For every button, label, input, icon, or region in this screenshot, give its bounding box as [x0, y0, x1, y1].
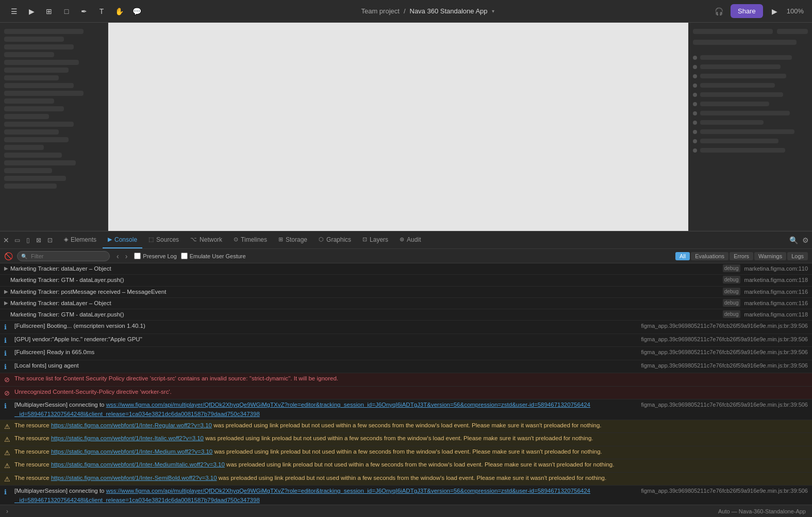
- resource-link[interactable]: https://static.figma.com/webfont/1/Inter…: [51, 475, 217, 481]
- log-text: Marketing Tracker: dataLayer – Object: [10, 299, 721, 308]
- frame-tool-icon[interactable]: ⊞: [43, 6, 55, 17]
- right-sidebar-row: [693, 128, 808, 135]
- tab-elements[interactable]: ◈ Elements: [59, 231, 102, 248]
- warn-icon: ⚠: [4, 435, 12, 445]
- resource-link[interactable]: https://static.figma.com/webfont/1/Inter…: [51, 422, 212, 428]
- tab-layers[interactable]: ⊡ Layers: [357, 231, 393, 248]
- log-entry-warn: ⚠ The resource https://static.figma.com/…: [0, 433, 812, 446]
- multiplayer-link-2[interactable]: wss://www.figma.com/api/multiplayer/QfDO…: [14, 488, 590, 503]
- log-entry: ℹ [Fullscreen] Booting... (emscripten ve…: [0, 321, 812, 334]
- menu-icon[interactable]: ☰: [8, 6, 20, 17]
- skeleton-line: [4, 129, 59, 135]
- skeleton-line: [4, 184, 57, 189]
- layout-btn-4[interactable]: ⊡: [45, 236, 55, 245]
- shape-tool-icon[interactable]: □: [61, 6, 72, 17]
- expand-icon[interactable]: ▶: [4, 299, 8, 307]
- level-all-button[interactable]: All: [675, 252, 690, 260]
- console-nav-buttons: ‹ ›: [114, 252, 130, 261]
- devtools-close-button[interactable]: ✕: [3, 236, 9, 244]
- tab-network[interactable]: ⌥ Network: [185, 231, 227, 248]
- log-entry-warn: ⚠ The resource https://static.figma.com/…: [0, 459, 812, 473]
- skeleton-line: [777, 29, 808, 34]
- project-title[interactable]: Nava 360 Standalone App: [410, 7, 488, 15]
- sources-tab-label: Sources: [156, 236, 179, 243]
- skeleton-line: [4, 68, 69, 73]
- preserve-log-checkbox[interactable]: [134, 253, 141, 259]
- level-warnings-button[interactable]: Warnings: [754, 252, 786, 260]
- next-nav-button[interactable]: ›: [123, 252, 130, 261]
- tab-audit[interactable]: ⊛ Audit: [394, 231, 426, 248]
- storage-tab-label: Storage: [286, 236, 307, 243]
- right-sidebar-row: [693, 82, 808, 89]
- layout-btn-2[interactable]: ▯: [24, 236, 32, 245]
- skeleton-line: [700, 92, 783, 97]
- tab-storage[interactable]: ⊞ Storage: [273, 231, 312, 248]
- log-source: figma_app.39c969805211c7e76fcb26f59a916e…: [641, 487, 808, 495]
- play-icon[interactable]: ▶: [769, 6, 781, 17]
- log-entry: ▶ Marketing Tracker: GTM - dataLayer.pus…: [0, 275, 812, 286]
- debug-badge: debug: [723, 264, 740, 272]
- level-logs-button[interactable]: Logs: [787, 252, 808, 260]
- info-icon: ℹ: [4, 348, 12, 359]
- console-filter-input[interactable]: [17, 251, 110, 261]
- tab-graphics[interactable]: ⬡ Graphics: [313, 231, 356, 248]
- right-sidebar-row: [693, 54, 808, 61]
- resource-link[interactable]: https://static.figma.com/webfont/1/Inter…: [51, 435, 204, 441]
- timelines-tab-label: Timelines: [241, 236, 267, 243]
- layers-tab-icon: ⊡: [362, 236, 367, 243]
- tab-console[interactable]: ▶ Console: [103, 231, 142, 248]
- info-icon: ℹ: [4, 487, 12, 497]
- prev-nav-button[interactable]: ‹: [114, 252, 122, 261]
- expand-icon[interactable]: ▶: [4, 264, 8, 272]
- skeleton-line: [4, 145, 44, 150]
- move-tool-icon[interactable]: ▶: [26, 6, 37, 17]
- resource-link[interactable]: https://static.figma.com/webfont/1/Inter…: [51, 448, 212, 455]
- right-sidebar-row: [693, 138, 808, 144]
- log-source: figma_app.39c969805211c7e76fcb26f59a916e…: [641, 348, 808, 357]
- search-icon[interactable]: 🔍: [789, 236, 798, 244]
- layout-btn-3[interactable]: ⊠: [34, 236, 43, 245]
- hand-tool-icon[interactable]: ✋: [113, 6, 125, 17]
- audit-tab-icon: ⊛: [400, 236, 404, 243]
- expand-icon[interactable]: ▶: [4, 288, 8, 295]
- right-top-row: [693, 29, 808, 34]
- skeleton-line: [4, 29, 84, 34]
- right-sidebar-row: [693, 73, 808, 79]
- dot-icon: [693, 148, 697, 153]
- share-button[interactable]: Share: [731, 4, 763, 18]
- emulate-gesture-checkbox[interactable]: [181, 253, 188, 259]
- emulate-gesture-checkbox-label[interactable]: Emulate User Gesture: [181, 253, 246, 259]
- log-source: marketina.figma.com:118: [744, 310, 808, 319]
- dot-icon: [693, 130, 697, 134]
- dot-icon: [693, 121, 697, 125]
- skeleton-line: [4, 114, 49, 119]
- tab-timelines[interactable]: ⊙ Timelines: [228, 231, 272, 248]
- settings-icon[interactable]: ⚙: [802, 236, 809, 244]
- devtools-toolbar: 🚫 🔍 ‹ › Preserve Log Emulate User Gestur…: [0, 249, 812, 263]
- right-sidebar-row: [693, 91, 808, 98]
- clear-console-button[interactable]: 🚫: [4, 252, 13, 260]
- preserve-log-checkbox-label[interactable]: Preserve Log: [134, 253, 176, 259]
- text-tool-icon[interactable]: T: [96, 6, 107, 17]
- tab-sources[interactable]: ⬚ Sources: [143, 231, 184, 248]
- multiplayer-link[interactable]: wss://www.figma.com/api/multiplayer/QfDO…: [14, 402, 590, 416]
- headphone-icon[interactable]: 🎧: [713, 6, 724, 17]
- elements-tab-icon: ◈: [64, 236, 68, 243]
- level-evaluations-button[interactable]: Evaluations: [691, 252, 728, 260]
- comment-tool-icon[interactable]: 💬: [131, 6, 142, 17]
- level-errors-button[interactable]: Errors: [730, 252, 753, 260]
- pen-tool-icon[interactable]: ✒: [78, 6, 90, 17]
- info-icon: ℹ: [4, 336, 12, 346]
- log-entry: ▶ Marketing Tracker: postMessage receive…: [0, 287, 812, 298]
- skeleton-line: [700, 139, 778, 143]
- log-text: The resource https://static.figma.com/we…: [14, 421, 808, 430]
- graphics-tab-icon: ⬡: [319, 236, 324, 243]
- log-text: [Fullscreen] Ready in 665.0ms: [14, 348, 637, 357]
- console-tab-label: Console: [114, 236, 137, 243]
- resource-link[interactable]: https://static.figma.com/webfont/1/Inter…: [51, 461, 225, 468]
- chevron-down-icon[interactable]: ▾: [492, 8, 494, 14]
- layout-btn-1[interactable]: ▭: [12, 236, 22, 245]
- log-text: [Fullscreen] Booting... (emscripten vers…: [14, 322, 637, 330]
- team-project-label: Team project: [361, 7, 399, 15]
- status-arrow-icon[interactable]: ›: [6, 508, 8, 515]
